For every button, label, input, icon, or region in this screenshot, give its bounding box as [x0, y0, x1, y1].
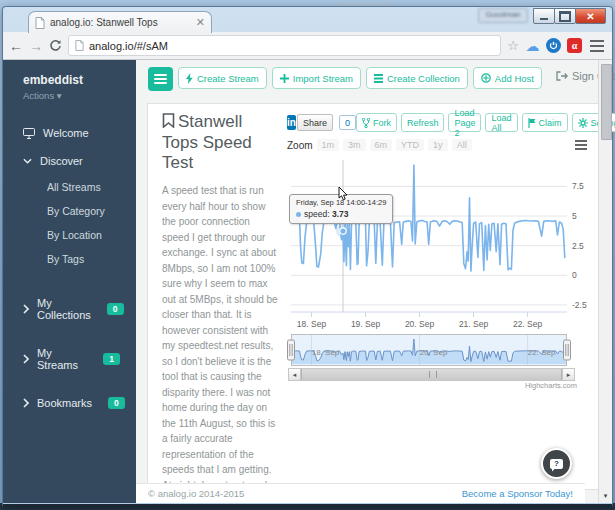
sidebar-item-by-category[interactable]: By Category	[3, 199, 136, 223]
zoom-label: Zoom	[287, 140, 313, 151]
bookmark-icon	[162, 113, 175, 132]
page-content: embeddist Actions ▾ Welcome Discover All…	[3, 60, 612, 503]
collections-count-badge: 0	[107, 303, 124, 315]
svg-text:20. Sep: 20. Sep	[420, 348, 448, 357]
chart-navigator[interactable]: 18. Sep20. Sep22. Sep	[287, 334, 593, 368]
svg-text:7.5: 7.5	[572, 181, 584, 191]
chart-toolbar: in Share 0 Fork Refresh Load Page 2 Load…	[287, 113, 595, 132]
bookmarks-count-badge: 0	[108, 397, 125, 409]
url-text: analog.io/#/sAM	[89, 40, 494, 52]
sidebar-item-by-location[interactable]: By Location	[3, 223, 136, 247]
chart-context-menu-icon[interactable]	[575, 144, 587, 146]
maximize-button[interactable]	[554, 8, 576, 24]
plus-icon	[280, 74, 289, 83]
page-footer: © analog.io 2014-2015 Become a Sponsor T…	[136, 483, 585, 503]
actions-dropdown[interactable]: Actions ▾	[3, 90, 136, 101]
forward-icon[interactable]: →	[29, 39, 43, 53]
create-stream-button[interactable]: Create Stream	[178, 67, 267, 89]
help-button[interactable]: ?	[541, 448, 572, 479]
range-1m[interactable]: 1m	[317, 139, 340, 151]
claim-button[interactable]: Claim	[522, 113, 568, 132]
svg-text:5: 5	[572, 211, 577, 221]
monitor-icon	[23, 128, 35, 139]
load-page-2-button[interactable]: Load Page 2	[448, 113, 481, 132]
bolt-icon	[186, 73, 193, 84]
range-6m[interactable]: 6m	[370, 139, 393, 151]
sidebar-toggle-button[interactable]	[148, 67, 173, 91]
streams-count-badge: 1	[103, 353, 120, 365]
cloud-extension-icon[interactable]: ☁	[525, 38, 540, 53]
add-host-button[interactable]: Add Host	[473, 67, 542, 89]
sidebar-item-my-collections[interactable]: My Collections 0	[3, 289, 136, 329]
scroll-left-icon[interactable]: ◂	[289, 369, 301, 380]
chart-scrollbar[interactable]: ◂ ▸	[288, 368, 575, 381]
back-icon[interactable]: ←	[9, 39, 23, 53]
linkedin-share-button[interactable]: Share	[297, 114, 333, 131]
sidebar-item-by-tags[interactable]: By Tags	[3, 247, 136, 271]
browser-scrollbar[interactable]: ▾	[598, 60, 612, 503]
chevron-right-icon	[23, 398, 29, 408]
window-controls: ✕	[534, 8, 606, 24]
sidebar-item-my-streams[interactable]: My Streams 1	[3, 339, 136, 379]
svg-text:20. Sep: 20. Sep	[405, 319, 435, 329]
svg-text:22. Sep: 22. Sep	[528, 348, 556, 357]
svg-text:19. Sep: 19. Sep	[351, 319, 381, 329]
browser-scrollbar-thumb[interactable]	[601, 64, 612, 140]
minimize-button[interactable]	[533, 8, 555, 24]
sidebar: embeddist Actions ▾ Welcome Discover All…	[3, 60, 136, 503]
bookmark-star-icon[interactable]: ☆	[507, 39, 519, 52]
load-all-button[interactable]: Load All	[485, 113, 517, 132]
chrome-menu-icon[interactable]	[588, 45, 606, 47]
chevron-down-icon	[23, 157, 32, 165]
sidebar-item-welcome[interactable]: Welcome	[3, 119, 136, 147]
range-3m[interactable]: 3m	[343, 139, 366, 151]
close-button[interactable]: ✕	[575, 8, 606, 24]
series-dot-icon	[296, 212, 301, 217]
svg-text:-2.5: -2.5	[572, 300, 587, 310]
sidebar-item-all-streams[interactable]: All Streams	[3, 175, 136, 199]
zoom-range-bar: Zoom 1m 3m 6m YTD 1y All	[287, 139, 595, 151]
tab-title: analog.io: Stanwell Tops	[50, 17, 191, 28]
highcharts-credit[interactable]: Highcharts.com	[525, 381, 577, 390]
import-stream-button[interactable]: Import Stream	[272, 67, 361, 89]
tab-strip: analog.io: Stanwell Tops ✕ Goodman ✕	[3, 7, 612, 32]
speed-chart[interactable]: 7.552.50-2.518. Sep19. Sep20. Sep21. Sep…	[287, 154, 593, 332]
sidebar-item-bookmarks[interactable]: Bookmarks 0	[3, 389, 136, 417]
refresh-button[interactable]: Refresh	[401, 113, 445, 132]
tooltip-value: speed: 3.73	[296, 209, 386, 219]
gear-icon	[578, 118, 588, 128]
page-favicon	[35, 17, 45, 29]
linkedin-icon[interactable]: in	[287, 115, 296, 130]
scroll-right-icon[interactable]: ▸	[562, 369, 574, 380]
logout-icon	[556, 71, 568, 81]
svg-text:0: 0	[572, 270, 577, 280]
refresh-icon[interactable]	[49, 39, 62, 52]
flag-icon	[528, 118, 536, 128]
svg-text:22. Sep: 22. Sep	[513, 319, 543, 329]
svg-text:18. Sep: 18. Sep	[297, 319, 327, 329]
url-bar[interactable]: analog.io/#/sAM	[68, 35, 501, 56]
range-1y[interactable]: 1y	[428, 139, 448, 151]
antivirus-extension-icon[interactable]: α	[567, 38, 582, 53]
fork-icon	[362, 118, 370, 128]
chevron-right-icon	[23, 304, 29, 314]
sidebar-item-discover[interactable]: Discover	[3, 147, 136, 175]
sponsor-link[interactable]: Become a Sponsor Today!	[462, 488, 573, 499]
create-collection-button[interactable]: Create Collection	[366, 67, 468, 89]
fork-button[interactable]: Fork	[356, 113, 397, 132]
chevron-right-icon	[23, 354, 29, 364]
svg-text:18. Sep: 18. Sep	[312, 348, 340, 357]
app-toolbar: Create Stream Import Stream Create Colle…	[136, 60, 598, 105]
copyright-text: © analog.io 2014-2015	[148, 488, 244, 499]
svg-text:21. Sep: 21. Sep	[459, 319, 489, 329]
share-count: 0	[339, 115, 356, 130]
scroll-down-icon[interactable]: ▾	[599, 492, 612, 500]
browser-tab[interactable]: analog.io: Stanwell Tops ✕	[28, 11, 212, 33]
tab-close-icon[interactable]: ✕	[196, 17, 205, 28]
power-extension-icon[interactable]	[546, 38, 561, 53]
range-ytd[interactable]: YTD	[396, 139, 424, 151]
scrollbar-thumb[interactable]	[301, 369, 562, 380]
range-all[interactable]: All	[452, 139, 472, 151]
question-mark-icon: ?	[550, 459, 563, 469]
browser-window: analog.io: Stanwell Tops ✕ Goodman ✕ ← →…	[2, 6, 613, 507]
